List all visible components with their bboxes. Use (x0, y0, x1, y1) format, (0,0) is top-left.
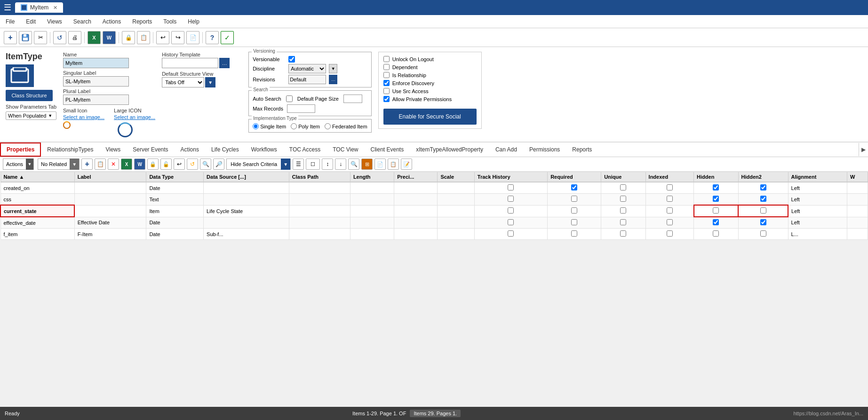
list-view-button[interactable]: ☰ (293, 158, 304, 170)
cell-hidden[interactable] (694, 205, 738, 217)
lock-sub-button[interactable]: 🔒 (147, 158, 159, 170)
toolbar-add-button[interactable]: + (4, 31, 17, 44)
tabs-more-arrow[interactable]: ▶ (859, 143, 868, 156)
col-required[interactable]: Required (548, 172, 601, 182)
tab-client-events[interactable]: Client Events (364, 143, 410, 156)
discipline-select[interactable]: Automatic (288, 64, 326, 73)
menu-file[interactable]: File (4, 17, 16, 26)
col-label[interactable]: Label (74, 172, 146, 182)
grid-button[interactable]: ⊞ (361, 158, 373, 170)
col-scale[interactable]: Scale (438, 172, 474, 182)
cell-hidden[interactable] (694, 229, 738, 240)
cell-track-history[interactable] (474, 205, 547, 217)
cell-unique[interactable] (601, 217, 645, 229)
cell-indexed[interactable] (645, 229, 694, 240)
cell-required[interactable] (548, 217, 601, 229)
export-excel-button[interactable]: X (121, 158, 132, 170)
col-w[interactable]: W (847, 172, 868, 182)
col-unique[interactable]: Unique (601, 172, 645, 182)
toolbar-cut-button[interactable]: ✂ (34, 31, 47, 44)
cell-hidden2[interactable] (738, 229, 788, 240)
export-word-button[interactable]: W (134, 158, 145, 170)
undo-sub-button[interactable]: ↩ (174, 158, 185, 170)
cell-hidden2[interactable] (738, 194, 788, 206)
cell-hidden[interactable] (694, 217, 738, 229)
history-template-browse-button[interactable]: … (219, 58, 230, 68)
history-template-input[interactable] (162, 58, 218, 68)
no-related-dropdown[interactable]: No Related ▼ (38, 158, 80, 170)
class-structure-button[interactable]: Class Structure (6, 90, 53, 101)
no-related-arrow-icon[interactable]: ▼ (70, 158, 79, 170)
impl-poly-radio-label[interactable]: Poly Item (291, 123, 320, 129)
default-structure-arrow-button[interactable]: ▼ (205, 77, 215, 87)
tab-reports[interactable]: Reports (566, 143, 598, 156)
is-relationship-checkbox[interactable] (383, 72, 390, 78)
impl-single-radio[interactable] (253, 123, 259, 129)
tab-life-cycles[interactable]: Life Cycles (205, 143, 245, 156)
cell-hidden[interactable] (694, 194, 738, 206)
toolbar-paste-button[interactable]: 📄 (186, 31, 199, 44)
tab-toc-view[interactable]: TOC View (326, 143, 364, 156)
sort-button[interactable]: ↕ (322, 158, 333, 170)
is-relationship-label[interactable]: Is Relationship (383, 72, 477, 78)
hamburger-icon[interactable]: ☰ (4, 2, 11, 13)
auto-search-checkbox[interactable] (286, 95, 293, 102)
col-alignment[interactable]: Alignment (788, 172, 847, 182)
default-page-size-input[interactable] (343, 95, 362, 103)
impl-federated-radio[interactable] (325, 123, 331, 129)
toolbar-save-button[interactable] (19, 31, 32, 44)
toolbar-undo-button[interactable]: ↩ (156, 31, 169, 44)
hide-search-criteria-dropdown[interactable]: Hide Search Criteria ▼ (226, 158, 291, 170)
cell-required[interactable] (548, 229, 601, 240)
unlock-on-logout-label[interactable]: Unlock On Logout (383, 56, 477, 62)
paste2-button[interactable]: 📋 (388, 158, 399, 170)
cell-track-history[interactable] (474, 217, 547, 229)
col-precision[interactable]: Preci... (394, 172, 438, 182)
cell-required[interactable] (548, 194, 601, 206)
use-src-access-checkbox[interactable] (383, 88, 390, 94)
singular-input[interactable] (63, 76, 129, 87)
redo-sub-button[interactable]: ↺ (187, 158, 198, 170)
toolbar-lock-button[interactable]: 🔒 (122, 31, 135, 44)
tab-server-events[interactable]: Server Events (127, 143, 174, 156)
large-icon-link[interactable]: Select an image... (114, 114, 155, 120)
toolbar-redo-button[interactable]: ↪ (171, 31, 184, 44)
impl-single-radio-label[interactable]: Single Item (253, 123, 286, 129)
when-populated-dropdown[interactable]: When Populated ▼ (6, 111, 56, 120)
filter-button[interactable]: ☐ (306, 158, 320, 170)
cell-hidden2[interactable] (738, 182, 788, 194)
cell-name[interactable]: created_on (0, 182, 74, 194)
dependent-label[interactable]: Dependent (383, 64, 477, 70)
toolbar-check-button[interactable]: ✓ (221, 31, 234, 44)
revisions-browse-button[interactable]: … (329, 75, 337, 84)
search-sub-button[interactable]: 🔍 (200, 158, 211, 170)
enforce-discovery-label[interactable]: Enforce Discovery (383, 80, 477, 86)
impl-federated-radio-label[interactable]: Federated Item (325, 123, 367, 129)
cell-indexed[interactable] (645, 194, 694, 206)
plural-input[interactable] (63, 95, 129, 105)
versionable-checkbox[interactable] (288, 56, 295, 63)
cell-indexed[interactable] (645, 205, 694, 217)
discipline-arrow-button[interactable]: ▼ (329, 64, 337, 73)
menu-help[interactable]: Help (186, 17, 201, 26)
tab-views[interactable]: Views (99, 143, 127, 156)
cell-name[interactable]: current_state (0, 205, 74, 217)
cell-name[interactable]: css (0, 194, 74, 206)
col-track-history[interactable]: Track History (474, 172, 547, 182)
col-hidden2[interactable]: Hidden2 (738, 172, 788, 182)
impl-poly-radio[interactable] (291, 123, 297, 129)
cell-hidden2[interactable] (738, 205, 788, 217)
cell-indexed[interactable] (645, 217, 694, 229)
toolbar-help-button[interactable]: ? (206, 31, 219, 44)
cell-name[interactable]: f_item (0, 229, 74, 240)
toolbar-word-button[interactable]: W (103, 31, 116, 44)
revisions-input[interactable] (288, 75, 326, 84)
tab-can-add[interactable]: Can Add (489, 143, 523, 156)
unlock-on-logout-checkbox[interactable] (383, 56, 390, 62)
allow-private-permissions-label[interactable]: Allow Private Permissions (383, 96, 477, 102)
col-data-source[interactable]: Data Source [...] (204, 172, 289, 182)
toolbar-copy-button[interactable]: 📋 (137, 31, 150, 44)
small-icon-link[interactable]: Select an image... (63, 114, 104, 120)
menu-edit[interactable]: Edit (24, 17, 38, 26)
col-data-type[interactable]: Data Type (146, 172, 204, 182)
